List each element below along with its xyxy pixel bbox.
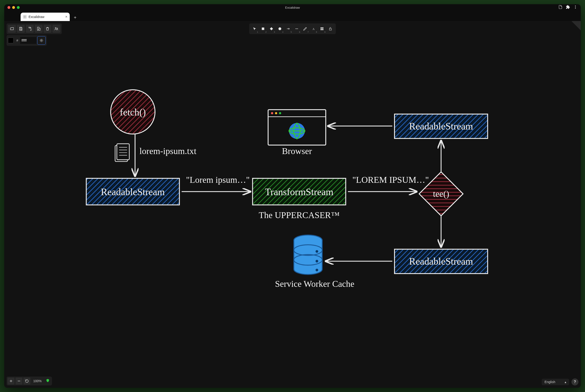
- label-swcache: Service Worker Cache: [275, 279, 354, 289]
- tab-bar: Excalidraw × +: [4, 11, 581, 21]
- zoom-level[interactable]: 100%: [31, 379, 44, 383]
- reset-zoom-button[interactable]: [24, 378, 31, 384]
- tab-title: Excalidraw: [29, 15, 45, 19]
- zoom-out-button[interactable]: [16, 378, 23, 384]
- app-window: Excalidraw Excalidraw × +: [4, 4, 581, 388]
- label-readable1: ReadableStream: [101, 186, 165, 197]
- close-window-button[interactable]: [8, 6, 10, 9]
- label-tee: tee(): [433, 189, 449, 199]
- label-lorem-upper: "LOREM IPSUM…": [352, 175, 429, 185]
- help-button[interactable]: ?: [571, 378, 578, 386]
- svg-point-0: [575, 6, 576, 6]
- tab-close-icon[interactable]: ×: [65, 15, 67, 19]
- chevron-up-icon: ▴: [565, 380, 566, 384]
- bottom-right-controls: English ▴ ?: [542, 378, 578, 386]
- database-icon: [294, 235, 322, 274]
- tab-favicon: [23, 15, 27, 19]
- label-browser: Browser: [282, 146, 312, 156]
- titlebar: Excalidraw: [4, 4, 581, 11]
- language-select[interactable]: English ▴: [542, 379, 569, 385]
- app-canvas-area: # 1 2 3 4 5 6 7 A8 9: [4, 21, 581, 388]
- file-icon: [115, 144, 129, 162]
- label-readable3: ReadableStream: [409, 256, 473, 267]
- svg-point-2: [575, 8, 576, 9]
- label-uppercaser: The UPPERCASER™: [259, 210, 340, 220]
- svg-point-38: [316, 250, 318, 253]
- extension-icon[interactable]: [566, 5, 570, 10]
- more-icon[interactable]: [573, 5, 577, 10]
- svg-point-1: [575, 7, 576, 8]
- label-readable2: ReadableStream: [409, 121, 473, 132]
- browser-icon: [268, 110, 326, 145]
- minimize-window-button[interactable]: [12, 6, 15, 9]
- zoom-in-button[interactable]: [8, 378, 15, 384]
- maximize-window-button[interactable]: [17, 6, 20, 9]
- label-fetch: fetch(): [120, 107, 146, 118]
- label-lorem-lower: "Lorem ipsum…": [186, 175, 250, 185]
- new-tab-button[interactable]: +: [72, 14, 79, 21]
- label-file: lorem-ipsum.txt: [139, 146, 197, 156]
- language-label: English: [544, 380, 555, 384]
- drawing-canvas[interactable]: fetch() lorem-ipsum.txt ReadableStream "…: [4, 21, 581, 358]
- label-transform: TransformStream: [265, 186, 334, 197]
- zoom-toolbar: 100%: [7, 376, 52, 386]
- window-title: Excalidraw: [4, 6, 581, 9]
- svg-point-31: [279, 112, 281, 114]
- svg-point-40: [316, 269, 318, 272]
- traffic-lights: [8, 6, 20, 9]
- svg-rect-21: [117, 144, 129, 160]
- tab-excalidraw[interactable]: Excalidraw ×: [21, 12, 70, 21]
- shield-icon[interactable]: [45, 379, 51, 383]
- svg-point-30: [275, 112, 277, 114]
- svg-point-29: [271, 112, 273, 114]
- svg-point-39: [316, 260, 318, 262]
- file-icon[interactable]: [558, 5, 562, 10]
